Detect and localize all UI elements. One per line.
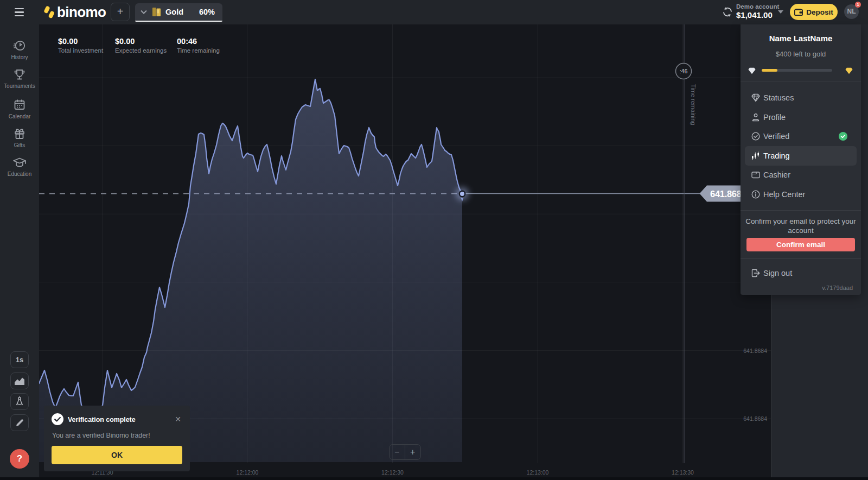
svg-text:641.868: 641.868: [710, 189, 742, 199]
svg-text:641.8684: 641.8684: [743, 348, 767, 354]
svg-text:12:13:00: 12:13:00: [527, 469, 549, 476]
svg-text:Time remaining: Time remaining: [690, 84, 697, 125]
svg-text::46: :46: [680, 68, 688, 74]
svg-text:12:13:30: 12:13:30: [672, 469, 694, 476]
svg-text:641.8684: 641.8684: [743, 415, 767, 422]
svg-text:12:12:00: 12:12:00: [237, 469, 259, 476]
svg-text:12:12:30: 12:12:30: [381, 469, 404, 476]
